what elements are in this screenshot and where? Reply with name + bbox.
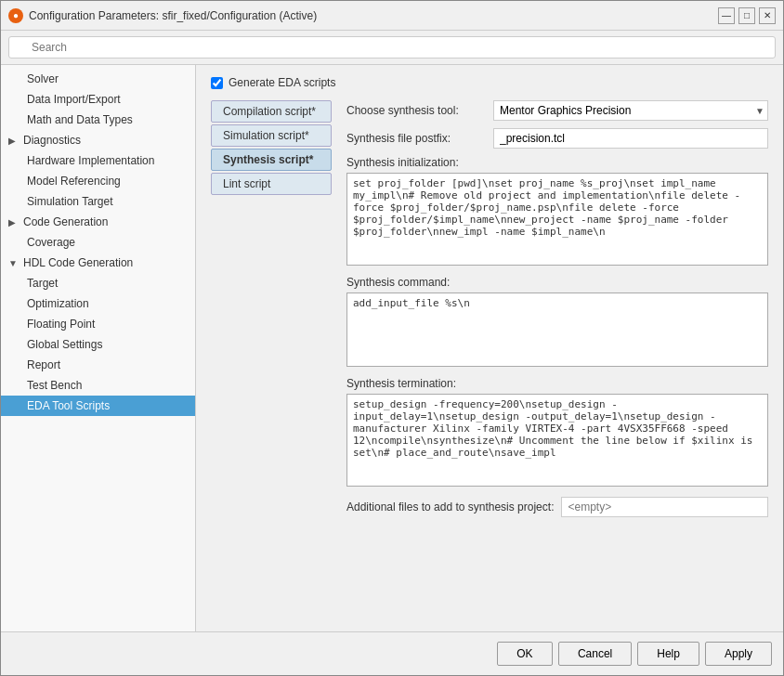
search-input[interactable] [8,36,776,58]
sidebar-item-solver[interactable]: Solver [1,69,195,89]
sidebar-item-hardware-implementation[interactable]: Hardware Implementation [1,150,195,171]
sidebar-item-math-data-types[interactable]: Math and Data Types [1,110,195,130]
close-button[interactable]: ✕ [759,7,776,24]
maximize-button[interactable]: □ [738,7,755,24]
synthesis-fields: Choose synthesis tool: Mentor Graphics P… [346,100,768,525]
sidebar-item-simulation-target[interactable]: Simulation Target [1,191,195,212]
generate-eda-checkbox[interactable] [211,77,223,89]
sidebar-item-data-import-export[interactable]: Data Import/Export [1,89,195,110]
diagnostics-expand-icon: ▶ [8,136,20,146]
apply-button[interactable]: Apply [705,642,772,666]
command-label: Synthesis command: [346,276,768,289]
choose-tool-label: Choose synthesis tool: [346,104,486,117]
title-bar: ● Configuration Parameters: sfir_fixed/C… [1,1,783,31]
main-content: 🔍 Solver Data Import/Export Math and Dat… [1,31,783,631]
ok-button[interactable]: OK [497,642,553,666]
sidebar-item-global-settings[interactable]: Global Settings [1,334,195,355]
search-bar: 🔍 [1,31,783,65]
tabs-area: Compilation script* Simulation script* S… [211,100,768,525]
tab-list: Compilation script* Simulation script* S… [211,100,332,525]
minimize-button[interactable]: — [718,7,735,24]
sidebar-item-hdl-code-generation[interactable]: ▼ HDL Code Generation [1,253,195,273]
sidebar-item-eda-tool-scripts[interactable]: EDA Tool Scripts [1,396,195,416]
termination-label: Synthesis termination: [346,377,768,390]
generate-eda-label: Generate EDA scripts [229,76,335,89]
choose-tool-select-wrapper: Mentor Graphics Precision Xilinx ISE Syn… [493,100,768,121]
tab-compilation-script[interactable]: Compilation script* [211,100,332,123]
cancel-button[interactable]: Cancel [558,642,632,666]
file-postfix-label: Synthesis file postfix: [346,132,486,145]
initialization-label: Synthesis initialization: [346,156,768,169]
synthesis-termination-textarea[interactable]: setup_design -frequency=200\nsetup_desig… [346,394,768,487]
app-icon: ● [8,8,23,23]
sidebar-item-target[interactable]: Target [1,273,195,293]
content-panel: Generate EDA scripts Compilation script*… [196,65,783,631]
sidebar-item-optimization[interactable]: Optimization [1,293,195,314]
sidebar-item-test-bench[interactable]: Test Bench [1,375,195,396]
window-controls: — □ ✕ [718,7,776,24]
search-wrapper: 🔍 [8,36,776,58]
sidebar-item-diagnostics[interactable]: ▶ Diagnostics [1,130,195,150]
additional-files-label: Additional files to add to synthesis pro… [346,500,554,514]
sidebar-item-code-generation[interactable]: ▶ Code Generation [1,212,195,232]
additional-files-input[interactable] [561,497,768,517]
sidebar-item-report[interactable]: Report [1,355,195,375]
help-button[interactable]: Help [637,642,699,666]
tab-simulation-script[interactable]: Simulation script* [211,124,332,147]
sidebar-item-coverage[interactable]: Coverage [1,232,195,253]
choose-tool-select[interactable]: Mentor Graphics Precision Xilinx ISE Syn… [493,100,768,121]
synthesis-initialization-textarea[interactable]: set proj_folder [pwd]\nset proj_name %s_… [346,173,768,266]
window-title: Configuration Parameters: sfir_fixed/Con… [29,9,712,22]
body-area: Solver Data Import/Export Math and Data … [1,65,783,631]
main-window: ● Configuration Parameters: sfir_fixed/C… [0,0,784,676]
file-postfix-row: Synthesis file postfix: [346,128,768,149]
sidebar-item-floating-point[interactable]: Floating Point [1,314,195,334]
bottom-bar: OK Cancel Help Apply [1,631,783,675]
file-postfix-input[interactable] [493,128,768,149]
tab-lint-script[interactable]: Lint script [211,173,332,195]
choose-tool-row: Choose synthesis tool: Mentor Graphics P… [346,100,768,121]
hdl-code-gen-expand-icon: ▼ [8,258,20,268]
synthesis-command-textarea[interactable]: add_input_file %s\n [346,292,768,367]
code-gen-expand-icon: ▶ [8,217,20,228]
generate-eda-row: Generate EDA scripts [211,76,768,89]
sidebar: Solver Data Import/Export Math and Data … [1,65,196,631]
additional-files-row: Additional files to add to synthesis pro… [346,497,768,517]
sidebar-item-model-referencing[interactable]: Model Referencing [1,171,195,191]
generate-eda-checkbox-label[interactable]: Generate EDA scripts [211,76,335,89]
tab-synthesis-script[interactable]: Synthesis script* [211,149,332,171]
